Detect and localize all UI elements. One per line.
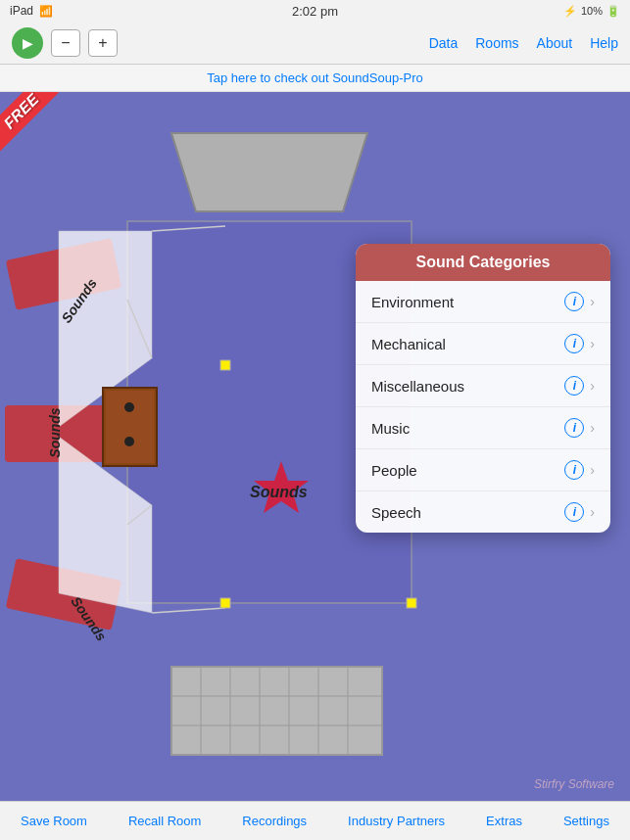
- sound-categories-panel: Sound Categories Environment i › Mechani…: [356, 244, 610, 533]
- chevron-people: ›: [590, 462, 595, 478]
- svg-line-18: [127, 505, 152, 525]
- nav-help[interactable]: Help: [590, 35, 618, 51]
- sc-item-label-people: People: [371, 462, 417, 479]
- tab-settings[interactable]: Settings: [556, 814, 617, 828]
- nav-data[interactable]: Data: [429, 35, 459, 51]
- sc-item-label-mechanical: Mechanical: [371, 336, 446, 352]
- sc-item-miscellaneous[interactable]: Miscellaneous i ›: [356, 365, 610, 407]
- svg-rect-12: [5, 405, 127, 462]
- chevron-miscellaneous: ›: [590, 378, 595, 394]
- status-time: 2:02 pm: [292, 4, 338, 19]
- sc-item-music[interactable]: Music i ›: [356, 407, 610, 449]
- info-icon-miscellaneous[interactable]: i: [564, 376, 584, 396]
- sc-item-label-miscellaneous: Miscellaneous: [371, 378, 464, 395]
- svg-line-16: [152, 226, 225, 231]
- svg-rect-1: [171, 667, 382, 755]
- sound-categories-header: Sound Categories: [356, 244, 610, 281]
- sc-item-label-speech: Speech: [371, 504, 421, 521]
- tab-bar: Save Room Recall Room Recordings Industr…: [0, 801, 630, 840]
- svg-rect-24: [220, 360, 230, 370]
- sounds-label-bl: Sounds: [68, 593, 110, 643]
- minus-button[interactable]: −: [51, 29, 80, 57]
- chevron-environment: ›: [590, 294, 595, 309]
- tab-recall-room[interactable]: Recall Room: [121, 814, 209, 828]
- svg-point-23: [124, 437, 134, 446]
- svg-line-17: [127, 300, 152, 358]
- promo-text: Tap here to check out SoundSoup-Pro: [207, 70, 422, 85]
- svg-marker-15: [59, 437, 152, 613]
- play-button[interactable]: ▶: [12, 27, 43, 59]
- svg-rect-11: [6, 238, 121, 310]
- battery-icon: 🔋: [606, 5, 620, 18]
- status-bar: iPad 📶 2:02 pm ⚡ 10% 🔋: [0, 0, 630, 22]
- sounds-label-ml: Sounds: [47, 407, 63, 457]
- main-content: FREE: [0, 92, 630, 801]
- room-area: Sounds Sounds Sounds Sounds Sound Catego…: [0, 92, 630, 801]
- svg-rect-25: [220, 598, 230, 608]
- sounds-label-center: Sounds: [250, 484, 308, 501]
- plus-button[interactable]: +: [88, 29, 118, 57]
- sc-item-label-music: Music: [371, 420, 410, 437]
- chevron-mechanical: ›: [590, 336, 595, 351]
- tab-recordings[interactable]: Recordings: [234, 814, 315, 828]
- svg-line-19: [152, 608, 225, 613]
- svg-marker-0: [171, 133, 367, 211]
- sounds-label-tl: Sounds: [58, 275, 100, 325]
- tab-save-room[interactable]: Save Room: [13, 814, 95, 828]
- sc-item-speech[interactable]: Speech i ›: [356, 491, 610, 533]
- device-label: iPad: [10, 4, 33, 18]
- nav-rooms[interactable]: Rooms: [475, 35, 518, 51]
- info-icon-people[interactable]: i: [564, 460, 584, 480]
- svg-rect-20: [103, 388, 157, 466]
- chevron-speech: ›: [590, 504, 595, 520]
- nav-bar: ▶ − + Data Rooms About Help: [0, 22, 630, 65]
- svg-point-22: [124, 402, 134, 412]
- tab-extras[interactable]: Extras: [478, 814, 530, 828]
- chevron-music: ›: [590, 420, 595, 436]
- sc-item-people[interactable]: People i ›: [356, 449, 610, 491]
- sc-item-mechanical[interactable]: Mechanical i ›: [356, 323, 610, 365]
- promo-banner[interactable]: Tap here to check out SoundSoup-Pro: [0, 65, 630, 92]
- info-icon-music[interactable]: i: [564, 418, 584, 438]
- status-left: iPad 📶: [10, 4, 53, 18]
- sc-item-environment[interactable]: Environment i ›: [356, 281, 610, 323]
- svg-rect-13: [6, 558, 121, 630]
- tab-industry-partners[interactable]: Industry Partners: [340, 814, 453, 828]
- info-icon-environment[interactable]: i: [564, 292, 584, 311]
- sound-categories-title: Sound Categories: [416, 254, 551, 270]
- free-badge-text: FREE: [0, 92, 62, 152]
- status-right: ⚡ 10% 🔋: [563, 5, 620, 18]
- nav-controls: ▶ − +: [12, 27, 118, 59]
- free-badge: FREE: [0, 92, 73, 165]
- nav-about[interactable]: About: [537, 35, 573, 51]
- wifi-icon: 📶: [39, 5, 53, 18]
- watermark: Stirfry Software: [534, 777, 614, 791]
- svg-rect-26: [407, 598, 416, 608]
- info-icon-speech[interactable]: i: [564, 502, 584, 522]
- info-icon-mechanical[interactable]: i: [564, 334, 584, 353]
- sc-item-label-environment: Environment: [371, 294, 454, 310]
- battery-percent: 10%: [581, 5, 603, 17]
- nav-links: Data Rooms About Help: [429, 35, 618, 51]
- bluetooth-icon: ⚡: [563, 5, 577, 18]
- svg-marker-14: [59, 231, 152, 427]
- svg-rect-21: [106, 391, 154, 463]
